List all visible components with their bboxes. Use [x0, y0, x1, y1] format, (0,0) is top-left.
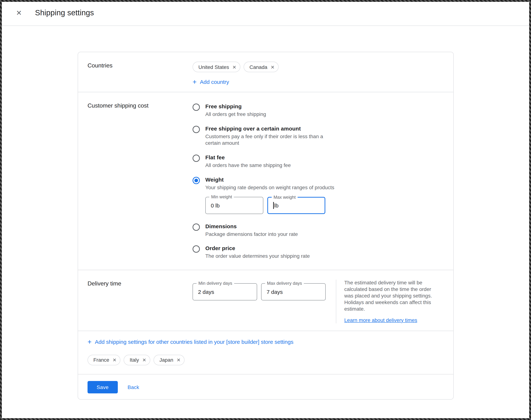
delivery-time-label: Delivery time — [88, 280, 193, 323]
dialog-header: ✕ Shipping settings — [0, 0, 531, 26]
remove-country-icon[interactable]: ✕ — [142, 358, 146, 362]
max-delivery-days-label: Max delivery days — [265, 281, 304, 286]
radio-selected-icon[interactable] — [193, 177, 200, 184]
radio-unselected-icon[interactable] — [193, 104, 200, 111]
back-button[interactable]: Back — [127, 384, 139, 390]
min-weight-field-value: 0 lb — [211, 202, 220, 208]
shipping-settings-dialog: ✕ Shipping settings Countries United Sta… — [0, 0, 531, 420]
option-title: Dimensions — [205, 223, 298, 229]
min-delivery-days-value: 2 days — [198, 289, 214, 295]
option-title: Free shipping over a certain amount — [205, 125, 326, 132]
radio-option-free-over-amount[interactable]: Free shipping over a certain amount Cust… — [193, 125, 444, 147]
add-country-label: Add country — [200, 79, 229, 85]
radio-unselected-icon[interactable] — [193, 154, 200, 162]
option-title: Free shipping — [205, 103, 266, 109]
plus-icon: + — [88, 338, 91, 345]
min-delivery-days-field[interactable]: Min delivery days 2 days — [193, 284, 257, 300]
remove-country-icon[interactable]: ✕ — [271, 64, 275, 69]
country-chip-italy[interactable]: Italy ✕ — [124, 355, 150, 365]
option-title: Weight — [205, 176, 334, 182]
shipping-cost-label: Customer shipping cost — [88, 102, 193, 260]
country-chip-united-states[interactable]: United States ✕ — [193, 62, 240, 72]
add-other-countries-button[interactable]: + Add shipping settings for other countr… — [88, 338, 444, 345]
country-chip-japan[interactable]: Japan ✕ — [153, 355, 184, 365]
min-weight-field-label: Min weight — [209, 194, 234, 199]
option-desc: Package dimensions factor into your rate — [205, 231, 298, 238]
chip-label: France — [93, 357, 109, 363]
remove-country-icon[interactable]: ✕ — [232, 64, 236, 69]
radio-unselected-icon[interactable] — [193, 126, 200, 133]
delivery-note-text: The estimated delivery time will be calc… — [344, 280, 441, 313]
delivery-times-link[interactable]: Learn more about delivery times — [344, 317, 417, 323]
min-weight-field[interactable]: Min weight 0 lb — [205, 197, 263, 214]
radio-option-flat-fee[interactable]: Flat fee All orders have the same shippi… — [193, 154, 444, 169]
option-title: Flat fee — [205, 154, 291, 160]
save-button[interactable]: Save — [88, 381, 118, 393]
page-title: Shipping settings — [35, 8, 94, 17]
delivery-time-section: Delivery time Min delivery days 2 days M… — [78, 270, 453, 331]
remove-country-icon[interactable]: ✕ — [177, 358, 181, 362]
delivery-fields-row: Min delivery days 2 days Max delivery da… — [193, 284, 326, 300]
text-cursor — [273, 202, 274, 209]
radio-unselected-icon[interactable] — [193, 223, 200, 231]
country-chip-france[interactable]: France ✕ — [88, 355, 121, 365]
chip-label: Canada — [249, 64, 267, 70]
countries-chip-row: United States ✕ Canada ✕ — [193, 62, 444, 72]
plus-icon: + — [193, 78, 197, 85]
max-delivery-days-field[interactable]: Max delivery days 7 days — [261, 284, 326, 300]
option-desc: Your shipping rate depends on weight ran… — [205, 184, 334, 191]
remove-country-icon[interactable]: ✕ — [112, 358, 117, 362]
country-chip-canada[interactable]: Canada ✕ — [244, 62, 279, 72]
option-title: Order price — [205, 245, 310, 251]
chip-label: Japan — [159, 357, 173, 363]
other-countries-chip-row: France ✕ Italy ✕ Japan ✕ — [88, 355, 444, 365]
max-weight-field-label: Max weight — [272, 195, 297, 200]
countries-section: Countries United States ✕ Canada ✕ + Add… — [78, 52, 453, 92]
add-other-countries-label: Add shipping settings for other countrie… — [95, 339, 293, 345]
settings-card: Countries United States ✕ Canada ✕ + Add… — [78, 52, 454, 400]
close-icon[interactable]: ✕ — [12, 6, 26, 19]
max-weight-field-value: lb — [274, 202, 278, 208]
delivery-note-panel: The estimated delivery time will be calc… — [336, 280, 441, 323]
radio-option-weight[interactable]: Weight Your shipping rate depends on wei… — [193, 176, 444, 215]
chip-label: United States — [198, 64, 229, 70]
max-weight-field[interactable]: Max weight lb — [267, 197, 325, 214]
add-country-button[interactable]: + Add country — [193, 78, 229, 85]
option-desc: The order value determines your shipping… — [205, 253, 310, 260]
countries-label: Countries — [88, 62, 193, 86]
shipping-cost-section: Customer shipping cost Free shipping All… — [78, 92, 453, 270]
option-desc: All orders have the same shipping fee — [205, 162, 291, 169]
weight-fields-row: Min weight 0 lb Max weight lb — [205, 197, 334, 214]
radio-option-dimensions[interactable]: Dimensions Package dimensions factor int… — [193, 223, 444, 238]
chip-label: Italy — [130, 357, 139, 363]
max-delivery-days-value: 7 days — [267, 289, 283, 295]
option-desc: All orders get free shipping — [205, 111, 266, 118]
actions-row: Save Back — [78, 374, 453, 399]
radio-option-order-price[interactable]: Order price The order value determines y… — [193, 245, 444, 260]
radio-unselected-icon[interactable] — [193, 246, 200, 253]
min-delivery-days-label: Min delivery days — [197, 281, 234, 286]
radio-option-free-shipping[interactable]: Free shipping All orders get free shippi… — [193, 103, 444, 118]
other-countries-section: + Add shipping settings for other countr… — [78, 331, 453, 374]
option-desc: Customers pay a fee only if their order … — [205, 134, 326, 147]
